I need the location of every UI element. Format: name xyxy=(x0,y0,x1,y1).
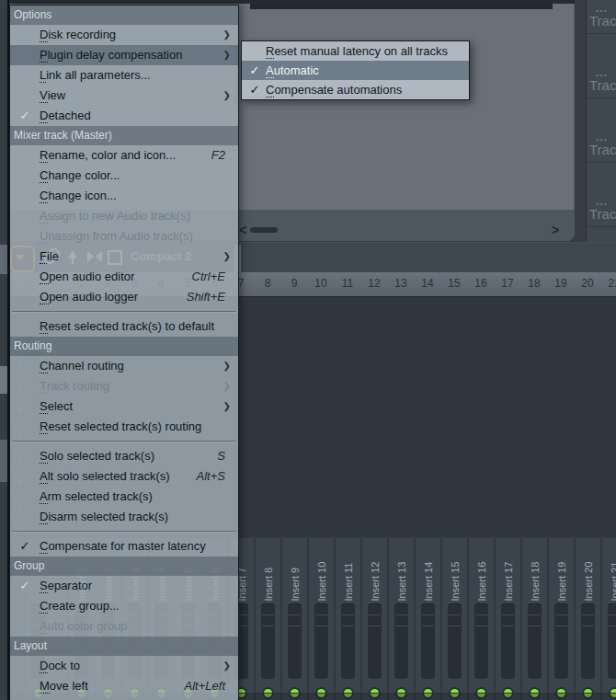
scroll-right-arrow[interactable]: > xyxy=(552,221,559,239)
menu-item-label: Rename, color and icon... xyxy=(40,145,176,166)
track-number: 15 xyxy=(444,277,464,290)
mixer-strip-insert-9[interactable]: Insert 9 xyxy=(282,538,307,700)
menu-item-file[interactable]: File❯ xyxy=(10,247,238,267)
menu-item-label: View xyxy=(40,86,65,106)
menu-item-label: Change icon... xyxy=(40,186,117,206)
menu-item-shortcut: F2 xyxy=(211,145,225,166)
insert-label[interactable]: Insert 10 xyxy=(315,545,327,602)
menu-item-change-color[interactable]: Change color... xyxy=(10,166,238,186)
checkmark-icon: ✓ xyxy=(246,61,263,80)
mixer-strip-insert-18[interactable]: Insert 18 xyxy=(522,538,547,700)
menu-item-channel-routing[interactable]: Channel routing❯ xyxy=(10,356,238,376)
menu-item-dock-to[interactable]: Dock to❯ xyxy=(10,656,238,676)
menu-item-shortcut: Ctrl+E xyxy=(192,267,225,287)
mixer-strip-insert-12[interactable]: Insert 12 xyxy=(362,538,387,700)
mixer-context-menu: OptionsDisk recording❯Plugin delay compe… xyxy=(9,5,239,700)
track-number: 21 xyxy=(604,277,616,290)
insert-label[interactable]: Insert 17 xyxy=(502,545,514,602)
mixer-strip-insert-15[interactable]: Insert 15 xyxy=(442,538,467,700)
submenu-item-automatic[interactable]: ✓Automatic xyxy=(242,61,469,80)
menu-item-open-audio-logger[interactable]: Open audio loggerShift+E xyxy=(10,287,238,307)
menu-item-plugin-delay-compensation[interactable]: Plugin delay compensation❯ xyxy=(10,45,238,65)
insert-label[interactable]: Insert 16 xyxy=(475,545,487,602)
mixer-strip-insert-16[interactable]: Insert 16 xyxy=(469,538,494,700)
menu-item-link-all-parameters[interactable]: Link all parameters... xyxy=(10,65,238,86)
peak-meter xyxy=(421,603,435,679)
menu-item-reset-selected-track-s-to-default[interactable]: Reset selected track(s) to default xyxy=(10,316,238,337)
menu-item-label: Compensate for master latency xyxy=(40,536,206,557)
mixer-strip-insert-20[interactable]: Insert 20 xyxy=(576,538,600,700)
menu-item-disarm-selected-track-s[interactable]: Disarm selected track(s) xyxy=(10,507,238,527)
menu-item-label: Disarm selected track(s) xyxy=(40,507,168,527)
peak-meter xyxy=(528,603,542,679)
menu-item-detached[interactable]: ✓Detached xyxy=(10,106,238,126)
track-number: 17 xyxy=(497,277,518,290)
menu-section-header-options: Options xyxy=(10,6,238,25)
scroll-left-arrow[interactable]: < xyxy=(239,221,246,239)
menu-item-create-group[interactable]: Create group... xyxy=(10,596,238,616)
mixer-strip-insert-19[interactable]: Insert 19 xyxy=(549,538,574,700)
mixer-strip-insert-11[interactable]: Insert 11 xyxy=(336,538,360,700)
mixer-strip-insert-8[interactable]: Insert 8 xyxy=(256,538,280,700)
menu-item-view[interactable]: View❯ xyxy=(10,86,238,106)
scrollbar-thumb[interactable] xyxy=(250,227,278,233)
peak-meter xyxy=(394,603,408,679)
insert-label[interactable]: Insert 18 xyxy=(529,545,541,602)
insert-label[interactable]: Insert 19 xyxy=(555,545,567,602)
menu-item-label: Move right xyxy=(40,696,96,700)
menu-item-disk-recording[interactable]: Disk recording❯ xyxy=(10,25,238,45)
menu-item-reset-selected-track-s-routing[interactable]: Reset selected track(s) routing xyxy=(10,417,238,437)
menu-item-alt-solo-selected-track-s[interactable]: Alt solo selected track(s)Alt+S xyxy=(10,466,238,487)
menu-item-unassign-from-audio-track-s: Unassign from Audio track(s) xyxy=(10,226,238,247)
track-row-divider xyxy=(587,226,616,227)
menu-item-select[interactable]: Select❯ xyxy=(10,396,238,417)
track-row-label[interactable]: Track xyxy=(589,77,616,93)
mixer-strip-insert-17[interactable]: Insert 17 xyxy=(496,538,520,700)
menu-separator xyxy=(10,307,238,316)
menu-item-separator[interactable]: ✓Separator xyxy=(10,576,238,596)
menu-item-label: Solo selected track(s) xyxy=(40,446,154,466)
menu-item-auto-color-group: Auto color group xyxy=(10,616,238,637)
peak-meter xyxy=(501,603,515,679)
mixer-strip-insert-13[interactable]: Insert 13 xyxy=(389,538,414,700)
menu-item-change-icon[interactable]: Change icon... xyxy=(10,186,238,206)
insert-label[interactable]: Insert 20 xyxy=(582,545,594,602)
insert-label[interactable]: Insert 12 xyxy=(369,545,381,602)
menu-item-move-left[interactable]: Move leftAlt+Left xyxy=(10,676,238,696)
peak-meter xyxy=(341,603,355,679)
menu-item-move-right[interactable]: Move rightAlt+Right xyxy=(10,696,238,700)
submenu-item-reset-manual-latency-on-all-tracks[interactable]: Reset manual latency on all tracks xyxy=(242,41,469,61)
peak-meter xyxy=(474,603,488,679)
insert-label[interactable]: Insert 21 xyxy=(609,545,616,602)
menu-item-solo-selected-track-s[interactable]: Solo selected track(s)S xyxy=(10,446,238,466)
checkmark-icon: ✓ xyxy=(16,536,34,557)
menu-item-label: Assign to new Audio track(s) xyxy=(40,206,190,226)
menu-item-rename-color-and-icon[interactable]: Rename, color and icon...F2 xyxy=(10,145,238,166)
track-row-label[interactable]: Track xyxy=(589,13,616,29)
mixer-strip-insert-21[interactable]: Insert 21 xyxy=(602,538,616,700)
submenu-arrow-icon: ❯ xyxy=(223,45,231,65)
insert-label[interactable]: Insert 15 xyxy=(449,545,461,602)
insert-label[interactable]: Insert 11 xyxy=(342,545,354,602)
submenu-item-compensate-automations[interactable]: ✓Compensate automations xyxy=(242,80,469,99)
mixer-strip-insert-10[interactable]: Insert 10 xyxy=(309,538,334,700)
checkmark-icon: ✓ xyxy=(16,576,34,596)
track-number: 19 xyxy=(551,277,571,290)
insert-label[interactable]: Insert 9 xyxy=(289,545,301,602)
insert-label[interactable]: Insert 14 xyxy=(422,545,434,602)
insert-label[interactable]: Insert 8 xyxy=(262,545,274,602)
panel-gutter xyxy=(575,0,587,242)
track-row-divider xyxy=(587,33,616,34)
peak-meter xyxy=(288,603,302,679)
peak-meter xyxy=(261,603,275,679)
insert-label[interactable]: Insert 13 xyxy=(395,545,407,602)
mixer-strip-insert-14[interactable]: Insert 14 xyxy=(416,538,440,700)
menu-item-compensate-for-master-latency[interactable]: ✓Compensate for master latency xyxy=(10,536,238,557)
track-row-label[interactable]: Track xyxy=(589,142,616,157)
menu-item-arm-selected-track-s[interactable]: Arm selected track(s) xyxy=(10,487,238,507)
menu-item-open-audio-editor[interactable]: Open audio editorCtrl+E xyxy=(10,267,238,287)
menu-item-label: Detached xyxy=(40,106,91,126)
track-row-label[interactable]: Track xyxy=(589,206,616,222)
track-row-divider xyxy=(587,98,616,98)
menu-item-label: Plugin delay compensation xyxy=(40,45,182,65)
